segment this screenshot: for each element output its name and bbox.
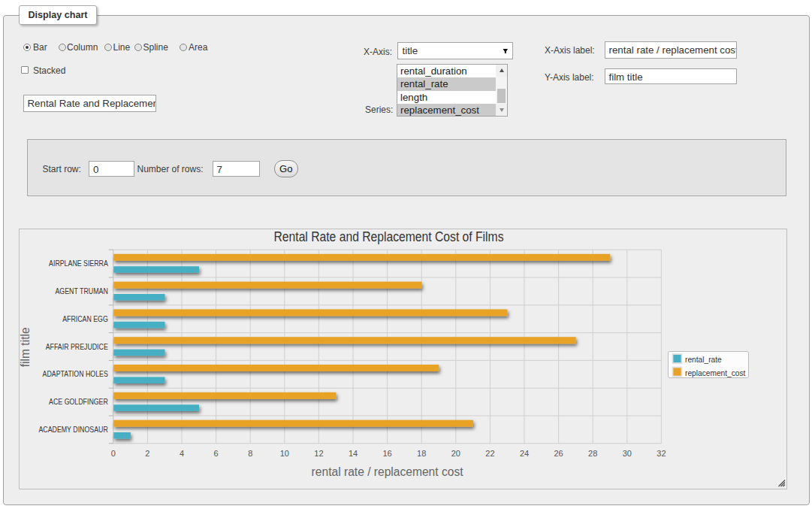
svg-text:AGENT TRUMAN: AGENT TRUMAN [55, 286, 107, 295]
svg-text:ACADEMY DINOSAUR: ACADEMY DINOSAUR [38, 425, 107, 434]
svg-text:6: 6 [214, 449, 219, 458]
svg-text:0: 0 [111, 449, 116, 458]
svg-text:AFRICAN EGG: AFRICAN EGG [62, 314, 108, 323]
svg-text:ACE GOLDFINGER: ACE GOLDFINGER [49, 397, 108, 406]
svg-text:24: 24 [520, 449, 529, 458]
svg-text:22: 22 [485, 449, 494, 458]
svg-text:4: 4 [180, 449, 184, 458]
svg-text:10: 10 [280, 449, 289, 458]
svg-text:30: 30 [623, 449, 632, 458]
svg-text:18: 18 [417, 449, 426, 458]
svg-text:20: 20 [451, 449, 460, 458]
svg-text:AIRPLANE SIERRA: AIRPLANE SIERRA [49, 259, 108, 268]
svg-text:AFFAIR PREJUDICE: AFFAIR PREJUDICE [46, 342, 108, 351]
svg-text:rental_rate: rental_rate [685, 356, 722, 364]
svg-text:28: 28 [588, 449, 597, 458]
svg-text:8: 8 [248, 449, 252, 458]
svg-text:Rental Rate and Replacement Co: Rental Rate and Replacement Cost of Film… [274, 229, 504, 244]
svg-text:12: 12 [314, 449, 323, 458]
svg-text:2: 2 [145, 449, 149, 458]
svg-text:rental rate / replacement cost: rental rate / replacement cost [312, 465, 464, 478]
svg-text:16: 16 [382, 449, 391, 458]
svg-text:film title: film title [20, 327, 32, 367]
svg-text:ADAPTATION HOLES: ADAPTATION HOLES [43, 369, 108, 378]
svg-text:replacement_cost: replacement_cost [685, 369, 746, 377]
svg-text:26: 26 [554, 449, 563, 458]
svg-text:32: 32 [657, 449, 666, 458]
svg-text:14: 14 [349, 449, 358, 458]
